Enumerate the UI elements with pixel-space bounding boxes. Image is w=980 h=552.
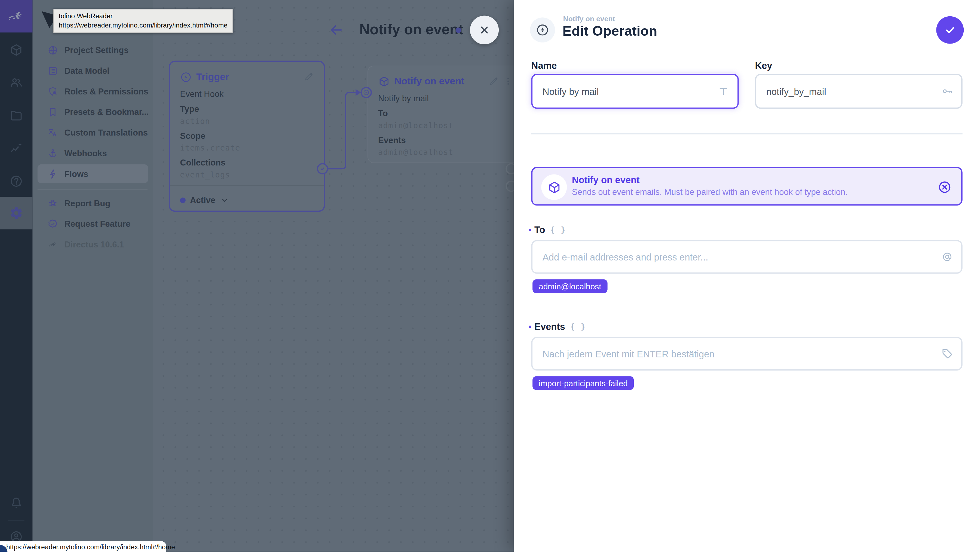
chevron-down-icon [220, 196, 229, 205]
trigger-panel[interactable]: Trigger Event Hook Type action Scope ite… [169, 61, 325, 212]
globe-icon [48, 45, 58, 55]
tag-icon [941, 348, 953, 360]
trigger-resolve-connector[interactable] [317, 163, 328, 174]
close-icon [478, 24, 490, 36]
to-chip[interactable]: admin@localhost [533, 279, 607, 293]
bolt-icon [48, 169, 58, 179]
operation-type-title: Notify on event [572, 175, 640, 185]
flow-status-toggle[interactable]: Active [180, 196, 229, 205]
edit-trigger-icon[interactable] [304, 72, 314, 82]
divider [531, 133, 963, 134]
bolt-circle-icon [536, 23, 550, 37]
key-field-label: Key [755, 60, 772, 70]
divider [38, 189, 148, 190]
check-icon [944, 24, 956, 36]
events-field [531, 337, 963, 371]
cube-icon [541, 175, 567, 200]
name-field [531, 74, 739, 109]
drawer-close-button[interactable] [470, 16, 499, 45]
to-field-label: To [535, 224, 545, 235]
events-input[interactable] [533, 338, 961, 369]
browser-status-bar: https://webreader.mytolino.com/library/i… [0, 541, 166, 552]
required-dot [529, 228, 531, 231]
directus-settings-screen: Notify on event Trigger Event Hook Type … [0, 0, 980, 552]
save-button[interactable] [936, 16, 964, 44]
to-input[interactable] [533, 241, 961, 272]
module-insights[interactable] [0, 132, 32, 164]
operation-name: Notify by mail [378, 94, 513, 103]
notifications-bell-icon[interactable] [0, 487, 32, 519]
divider [170, 185, 324, 186]
drawer-header-avatar [530, 17, 555, 43]
trigger-field-label: Scope [180, 131, 313, 140]
operation-type-description: Sends out event emails. Must be paired w… [572, 188, 848, 197]
sidebar-item-request-feature[interactable]: Request Feature [38, 214, 148, 233]
raw-value-toggle-icon[interactable]: { } [570, 322, 586, 331]
badge-check-icon [48, 218, 58, 229]
sidebar-item-data-model[interactable]: Data Model [38, 61, 148, 80]
sidebar-item-presets-bookmarks[interactable]: Presets & Bookmar... [38, 103, 148, 121]
bug-icon [48, 198, 58, 208]
data-model-icon [48, 65, 58, 76]
key-input[interactable] [756, 75, 961, 108]
status-dot [180, 197, 186, 203]
operation-panel-title: Notify on event [395, 76, 465, 87]
flow-status-label: Active [190, 196, 215, 205]
events-field-header: Events { } [529, 321, 586, 332]
link-tooltip: tolino WebReader https://webreader.mytol… [53, 9, 233, 33]
edit-operation-drawer: Notify on event Edit Operation Name Key … [514, 0, 980, 552]
key-field [755, 74, 962, 109]
sidebar-item-webhooks[interactable]: Webhooks [38, 144, 148, 162]
back-button[interactable] [329, 22, 344, 38]
operation-field-label: To [378, 108, 513, 118]
status-bar-url: https://webreader.mytolino.com/library/i… [6, 543, 175, 550]
events-field-label: Events [535, 321, 565, 332]
module-content[interactable] [0, 34, 32, 66]
sidebar-item-custom-translations[interactable]: Custom Translations [38, 123, 148, 142]
directus-logo[interactable] [0, 0, 32, 32]
drawer-title: Edit Operation [562, 23, 657, 40]
title-icon [718, 85, 730, 97]
operation-field-label: Events [378, 135, 513, 145]
shield-user-icon [48, 86, 58, 97]
name-input[interactable] [533, 75, 737, 108]
module-help[interactable] [0, 165, 32, 197]
events-chip[interactable]: import-participants-failed [533, 376, 634, 390]
deselect-operation-icon[interactable] [937, 180, 952, 194]
sidebar-version: Directus 10.6.1 [38, 235, 148, 254]
edit-operation-icon[interactable] [488, 76, 499, 86]
tooltip-title: tolino WebReader [59, 11, 228, 21]
sidebar-item-report-bug[interactable]: Report Bug [38, 194, 148, 213]
translate-icon [48, 127, 58, 138]
operation-input-connector[interactable] [361, 87, 372, 98]
trigger-field-value: action [180, 116, 313, 126]
drawer-breadcrumb: Notify on event [563, 15, 615, 22]
module-settings[interactable] [0, 197, 32, 229]
raw-value-toggle-icon[interactable]: { } [550, 225, 566, 234]
trigger-field-value: items.create [180, 143, 313, 153]
tooltip-url: https://webreader.mytolino.com/library/i… [59, 21, 228, 30]
anchor-icon [48, 148, 58, 158]
trigger-field-label: Collections [180, 158, 313, 167]
sidebar-item-roles-permissions[interactable]: Roles & Permissions [38, 82, 148, 101]
trigger-subtitle: Event Hook [180, 89, 313, 99]
bolt-circle-icon [180, 71, 192, 83]
sidebar-item-flows[interactable]: Flows [38, 164, 148, 183]
operation-type-card[interactable]: Notify on event Sends out event emails. … [531, 167, 963, 205]
operation-panel[interactable]: Notify on event Notify by mail To admin@… [368, 65, 524, 163]
module-files[interactable] [0, 99, 32, 132]
key-icon [941, 85, 953, 97]
flow-title: Notify on event [360, 21, 463, 38]
module-bar [0, 0, 32, 552]
to-field-header: To { } [529, 224, 566, 235]
trigger-field-value: event_logs [180, 170, 313, 179]
kebab-menu-icon[interactable] [503, 76, 513, 86]
operation-field-value: admin@localhost [378, 121, 513, 130]
module-users[interactable] [0, 66, 32, 99]
rabbit-icon [48, 239, 58, 250]
trigger-field-label: Type [180, 104, 313, 113]
to-field [531, 240, 963, 274]
unsaved-indicator-dot [456, 27, 461, 33]
sidebar-item-project-settings[interactable]: Project Settings [38, 41, 148, 59]
settings-nav: Project Settings Data Model Roles & Perm… [32, 0, 153, 552]
